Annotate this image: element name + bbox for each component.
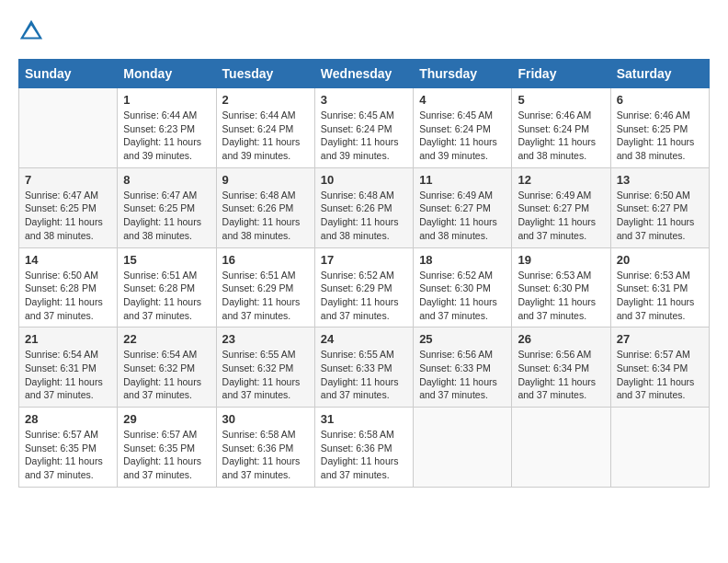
day-info: Sunrise: 6:49 AMSunset: 6:27 PMDaylight:…	[518, 189, 604, 243]
calendar-cell: 5Sunrise: 6:46 AMSunset: 6:24 PMDaylight…	[512, 88, 610, 168]
day-number: 30	[222, 412, 309, 426]
calendar-cell: 10Sunrise: 6:48 AMSunset: 6:26 PMDayligh…	[314, 167, 413, 247]
column-header-thursday: Thursday	[414, 60, 512, 88]
calendar-cell	[512, 408, 610, 488]
day-info: Sunrise: 6:54 AMSunset: 6:31 PMDaylight:…	[25, 348, 111, 402]
page-header	[18, 18, 710, 44]
calendar-week-row: 21Sunrise: 6:54 AMSunset: 6:31 PMDayligh…	[19, 327, 710, 408]
day-number: 13	[617, 173, 703, 187]
calendar-cell: 18Sunrise: 6:52 AMSunset: 6:30 PMDayligh…	[414, 247, 512, 327]
day-info: Sunrise: 6:45 AMSunset: 6:24 PMDaylight:…	[419, 109, 506, 163]
calendar-cell: 30Sunrise: 6:58 AMSunset: 6:36 PMDayligh…	[216, 408, 314, 488]
day-info: Sunrise: 6:47 AMSunset: 6:25 PMDaylight:…	[25, 189, 111, 243]
calendar-cell: 20Sunrise: 6:53 AMSunset: 6:31 PMDayligh…	[610, 247, 709, 327]
day-number: 24	[321, 332, 407, 346]
day-number: 23	[222, 332, 309, 346]
column-header-saturday: Saturday	[610, 60, 709, 88]
day-info: Sunrise: 6:47 AMSunset: 6:25 PMDaylight:…	[123, 189, 210, 243]
calendar-cell: 16Sunrise: 6:51 AMSunset: 6:29 PMDayligh…	[216, 247, 314, 327]
column-header-sunday: Sunday	[19, 60, 118, 88]
calendar-cell: 1Sunrise: 6:44 AMSunset: 6:23 PMDaylight…	[118, 88, 216, 168]
calendar-cell: 4Sunrise: 6:45 AMSunset: 6:24 PMDaylight…	[414, 88, 512, 168]
calendar-cell: 31Sunrise: 6:58 AMSunset: 6:36 PMDayligh…	[314, 408, 413, 488]
day-number: 22	[123, 332, 210, 346]
day-info: Sunrise: 6:55 AMSunset: 6:33 PMDaylight:…	[321, 348, 407, 402]
day-number: 14	[25, 253, 111, 267]
calendar-cell: 14Sunrise: 6:50 AMSunset: 6:28 PMDayligh…	[19, 247, 118, 327]
day-number: 28	[25, 412, 111, 426]
day-info: Sunrise: 6:50 AMSunset: 6:28 PMDaylight:…	[25, 269, 111, 323]
day-info: Sunrise: 6:51 AMSunset: 6:28 PMDaylight:…	[123, 269, 210, 323]
calendar-cell: 8Sunrise: 6:47 AMSunset: 6:25 PMDaylight…	[118, 167, 216, 247]
calendar-cell: 11Sunrise: 6:49 AMSunset: 6:27 PMDayligh…	[414, 167, 512, 247]
day-info: Sunrise: 6:53 AMSunset: 6:31 PMDaylight:…	[617, 269, 703, 323]
calendar-cell	[414, 408, 512, 488]
day-info: Sunrise: 6:57 AMSunset: 6:35 PMDaylight:…	[123, 428, 210, 482]
calendar-week-row: 7Sunrise: 6:47 AMSunset: 6:25 PMDaylight…	[19, 167, 710, 247]
day-number: 9	[222, 173, 309, 187]
calendar-cell: 17Sunrise: 6:52 AMSunset: 6:29 PMDayligh…	[314, 247, 413, 327]
day-info: Sunrise: 6:46 AMSunset: 6:25 PMDaylight:…	[617, 109, 703, 163]
day-number: 27	[617, 332, 703, 346]
calendar-cell: 9Sunrise: 6:48 AMSunset: 6:26 PMDaylight…	[216, 167, 314, 247]
column-header-friday: Friday	[512, 60, 610, 88]
calendar-week-row: 28Sunrise: 6:57 AMSunset: 6:35 PMDayligh…	[19, 408, 710, 488]
day-number: 26	[518, 332, 604, 346]
day-info: Sunrise: 6:54 AMSunset: 6:32 PMDaylight:…	[123, 348, 210, 402]
calendar-cell: 15Sunrise: 6:51 AMSunset: 6:28 PMDayligh…	[118, 247, 216, 327]
day-number: 21	[25, 332, 111, 346]
logo	[18, 18, 48, 44]
day-info: Sunrise: 6:48 AMSunset: 6:26 PMDaylight:…	[321, 189, 407, 243]
calendar-cell	[19, 88, 118, 168]
calendar-cell: 2Sunrise: 6:44 AMSunset: 6:24 PMDaylight…	[216, 88, 314, 168]
calendar-cell: 21Sunrise: 6:54 AMSunset: 6:31 PMDayligh…	[19, 327, 118, 408]
logo-icon	[18, 18, 44, 44]
day-info: Sunrise: 6:44 AMSunset: 6:24 PMDaylight:…	[222, 109, 309, 163]
day-number: 10	[321, 173, 407, 187]
calendar-cell: 19Sunrise: 6:53 AMSunset: 6:30 PMDayligh…	[512, 247, 610, 327]
column-header-tuesday: Tuesday	[216, 60, 314, 88]
day-number: 3	[321, 93, 407, 107]
calendar-cell: 29Sunrise: 6:57 AMSunset: 6:35 PMDayligh…	[118, 408, 216, 488]
day-info: Sunrise: 6:48 AMSunset: 6:26 PMDaylight:…	[222, 189, 309, 243]
calendar-cell: 3Sunrise: 6:45 AMSunset: 6:24 PMDaylight…	[314, 88, 413, 168]
day-number: 4	[419, 93, 506, 107]
calendar-cell: 23Sunrise: 6:55 AMSunset: 6:32 PMDayligh…	[216, 327, 314, 408]
day-number: 6	[617, 93, 703, 107]
calendar-cell: 24Sunrise: 6:55 AMSunset: 6:33 PMDayligh…	[314, 327, 413, 408]
column-header-monday: Monday	[118, 60, 216, 88]
calendar-table: SundayMondayTuesdayWednesdayThursdayFrid…	[18, 59, 710, 488]
day-info: Sunrise: 6:56 AMSunset: 6:34 PMDaylight:…	[518, 348, 604, 402]
column-header-wednesday: Wednesday	[314, 60, 413, 88]
calendar-cell: 6Sunrise: 6:46 AMSunset: 6:25 PMDaylight…	[610, 88, 709, 168]
day-number: 1	[123, 93, 210, 107]
day-number: 20	[617, 253, 703, 267]
day-info: Sunrise: 6:53 AMSunset: 6:30 PMDaylight:…	[518, 269, 604, 323]
day-info: Sunrise: 6:44 AMSunset: 6:23 PMDaylight:…	[123, 109, 210, 163]
day-info: Sunrise: 6:57 AMSunset: 6:34 PMDaylight:…	[617, 348, 703, 402]
day-info: Sunrise: 6:58 AMSunset: 6:36 PMDaylight:…	[222, 428, 309, 482]
calendar-cell: 27Sunrise: 6:57 AMSunset: 6:34 PMDayligh…	[610, 327, 709, 408]
day-info: Sunrise: 6:58 AMSunset: 6:36 PMDaylight:…	[321, 428, 407, 482]
calendar-cell: 13Sunrise: 6:50 AMSunset: 6:27 PMDayligh…	[610, 167, 709, 247]
day-number: 2	[222, 93, 309, 107]
day-info: Sunrise: 6:50 AMSunset: 6:27 PMDaylight:…	[617, 189, 703, 243]
calendar-cell: 26Sunrise: 6:56 AMSunset: 6:34 PMDayligh…	[512, 327, 610, 408]
day-number: 17	[321, 253, 407, 267]
calendar-week-row: 14Sunrise: 6:50 AMSunset: 6:28 PMDayligh…	[19, 247, 710, 327]
calendar-cell: 7Sunrise: 6:47 AMSunset: 6:25 PMDaylight…	[19, 167, 118, 247]
day-info: Sunrise: 6:56 AMSunset: 6:33 PMDaylight:…	[419, 348, 506, 402]
day-number: 25	[419, 332, 506, 346]
day-number: 18	[419, 253, 506, 267]
day-number: 16	[222, 253, 309, 267]
day-info: Sunrise: 6:52 AMSunset: 6:30 PMDaylight:…	[419, 269, 506, 323]
day-number: 19	[518, 253, 604, 267]
calendar-cell: 12Sunrise: 6:49 AMSunset: 6:27 PMDayligh…	[512, 167, 610, 247]
day-info: Sunrise: 6:49 AMSunset: 6:27 PMDaylight:…	[419, 189, 506, 243]
day-info: Sunrise: 6:55 AMSunset: 6:32 PMDaylight:…	[222, 348, 309, 402]
day-number: 15	[123, 253, 210, 267]
day-info: Sunrise: 6:52 AMSunset: 6:29 PMDaylight:…	[321, 269, 407, 323]
day-number: 5	[518, 93, 604, 107]
day-info: Sunrise: 6:45 AMSunset: 6:24 PMDaylight:…	[321, 109, 407, 163]
day-number: 7	[25, 173, 111, 187]
